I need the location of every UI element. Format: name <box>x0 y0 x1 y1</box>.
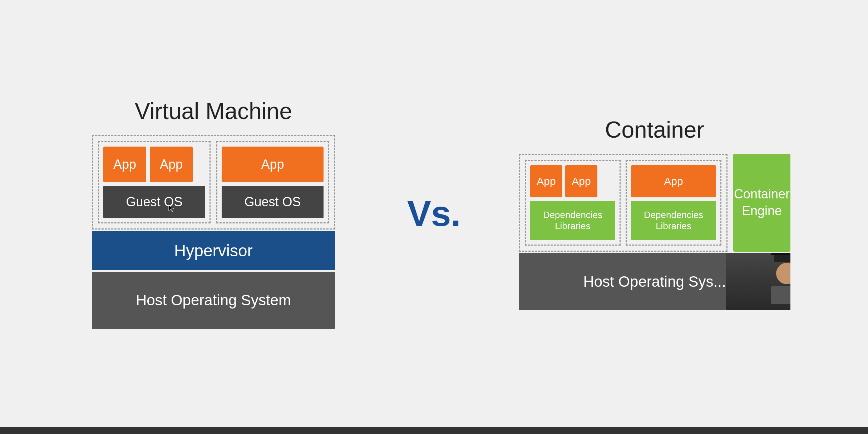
container-diagram: App App DependenciesLibraries App Depend… <box>519 154 790 310</box>
vm-diagram: App App Guest OS App Guest OS Hypervisor… <box>92 135 335 329</box>
container-host-os-label: Host Operating Sys... <box>583 273 726 290</box>
vm-section: Virtual Machine App App Guest OS App Gue… <box>21 98 405 329</box>
container-engine-box: Container Engine <box>733 154 790 252</box>
webcam-overlay <box>726 253 790 310</box>
container1-apps: App App <box>530 165 615 197</box>
vm-host-os: Host Operating System <box>92 272 335 329</box>
vm-guest-os2: Guest OS <box>222 186 324 218</box>
bottom-bar <box>0 427 868 434</box>
container1-box: App App DependenciesLibraries <box>525 160 621 246</box>
container-host-os: Host Operating Sys... <box>519 253 790 310</box>
person-silhouette <box>771 253 790 304</box>
container-outer-border: App App DependenciesLibraries App Depend… <box>519 154 728 252</box>
container-engine-label: Container Engine <box>734 186 790 220</box>
webcam-content <box>726 253 790 310</box>
container2-box: App DependenciesLibraries <box>626 160 721 246</box>
vm-guest1-box: App App Guest OS <box>98 141 211 223</box>
vm-guest2-box: App Guest OS <box>216 141 329 223</box>
container-app3: App <box>631 165 716 197</box>
vm-guest-os1: Guest OS <box>103 186 205 218</box>
container-app1: App <box>530 165 562 197</box>
hat-brim <box>771 253 790 255</box>
container-section: Container App App DependenciesLibraries <box>463 117 847 310</box>
container-app2: App <box>565 165 597 197</box>
cursor <box>167 204 176 214</box>
container2-deps: DependenciesLibraries <box>631 201 716 240</box>
hypervisor-box: Hypervisor <box>92 231 335 270</box>
container1-deps: DependenciesLibraries <box>530 201 615 240</box>
person-head <box>776 263 790 284</box>
vs-text: Vs. <box>407 193 461 234</box>
container-top-row: App App DependenciesLibraries App Depend… <box>519 154 790 252</box>
vm-app1: App <box>103 147 146 182</box>
vm-app2: App <box>150 147 193 182</box>
vm-guest1-apps: App App <box>103 147 205 182</box>
vm-app3: App <box>222 147 324 182</box>
vs-separator: Vs. <box>405 193 463 234</box>
container-title: Container <box>605 117 704 143</box>
vm-outer-border: App App Guest OS App Guest OS <box>92 135 335 230</box>
person-body <box>771 286 790 304</box>
vm-title: Virtual Machine <box>135 98 292 124</box>
